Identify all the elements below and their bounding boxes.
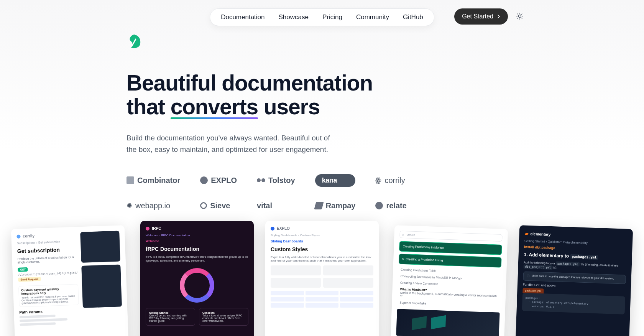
- get-started-button[interactable]: Get Started: [454, 8, 508, 25]
- shot-brand: corrily: [23, 234, 34, 238]
- inline-code: packages.yml: [570, 254, 598, 260]
- endpoint-path: /v1/subscriptions/{user_id}/{origin}/: [18, 271, 78, 276]
- dashboard-thumb-grid: [271, 265, 373, 288]
- nav-github[interactable]: GitHub: [403, 13, 423, 21]
- yc-square-icon: [127, 176, 134, 184]
- logo-vital: vital: [257, 201, 295, 210]
- dashboard-thumb-table: [271, 291, 373, 308]
- shot-crumbs: Styling Dashboards › Custom Styles: [271, 234, 373, 237]
- screenshot-corrily: corrily Subscriptions › Get subscription…: [11, 225, 129, 336]
- top-nav: Documentation Showcase Pricing Community…: [210, 8, 434, 26]
- logo-label: EXPLO: [211, 176, 237, 185]
- hero-underlined-word: converts: [171, 95, 258, 119]
- sun-icon: [516, 12, 524, 21]
- ai-tables-illustration: [396, 309, 499, 336]
- get-started-label: Get Started: [462, 13, 493, 20]
- nav-showcase[interactable]: Showcase: [279, 13, 309, 21]
- hero-section: Beautiful documentation that converts us…: [127, 34, 472, 210]
- shot-blurb: Add the following to your packages.yml f…: [523, 260, 626, 272]
- shot-title: fRPC Documentation: [146, 246, 248, 252]
- code-panel: [80, 231, 120, 263]
- card-body: Take a look at some unique fRPC concepts…: [202, 314, 245, 322]
- section-heading: Install dbt package: [524, 245, 627, 252]
- shot-blurb: Explo is a fully white-labeled solution …: [271, 255, 373, 262]
- code-filename-tab: packages.yml: [522, 288, 544, 293]
- logo-ycombinator: Combinator: [127, 176, 180, 185]
- screenshot-explo: EXPLO Styling Dashboards › Custom Styles…: [265, 221, 379, 336]
- result-highlight: 5. Creating a Prediction Using: [399, 254, 502, 267]
- code-panel: [81, 264, 122, 308]
- inline-code: dbt_project.yml: [523, 265, 552, 270]
- shot-title: Get subscription: [17, 246, 77, 254]
- hero-line-2a: that: [127, 94, 171, 119]
- hero-line-2b: users: [258, 94, 320, 119]
- corrily-swirl-icon: ꙮ: [375, 176, 381, 184]
- shot-brand: elementary: [530, 232, 550, 237]
- section-heading: Path Params: [19, 308, 79, 314]
- code-block: packages: - package: elementary-data/ele…: [522, 293, 625, 315]
- elementary-logo-icon: ▰: [524, 231, 528, 236]
- note-body: You do not need this endpoint if you hav…: [21, 295, 76, 305]
- brand-logo-leaf-icon: [127, 34, 142, 49]
- chevron-right-icon: [497, 13, 500, 20]
- logo-kana: kana: [315, 174, 356, 187]
- card-title: Concepts: [202, 311, 245, 314]
- screenshot-elementary: ▰elementary Getting Started › Quickstart…: [515, 225, 633, 336]
- card-getting-started: Getting Started Quickly get up and runni…: [146, 308, 195, 326]
- tolstoy-dots-icon: [257, 178, 265, 182]
- shot-brand: EXPLO: [277, 226, 290, 231]
- theme-toggle-button[interactable]: [514, 11, 525, 22]
- explo-dot-icon: [200, 176, 208, 184]
- hero-headline: Beautiful documentation that converts us…: [127, 71, 472, 119]
- logo-label: kana: [322, 176, 337, 184]
- send-request-badge: Send Request: [18, 277, 41, 282]
- svg-point-0: [519, 15, 521, 17]
- screenshot-gallery: corrily Subscriptions › Get subscription…: [0, 221, 644, 336]
- rampay-slash-icon: [314, 202, 324, 209]
- hero-subtext: Build the documentation you've always wa…: [127, 132, 341, 156]
- alert-text: Make sure to copy the packages that are …: [532, 274, 614, 280]
- logo-label: vital: [257, 201, 272, 210]
- nav-community[interactable]: Community: [356, 13, 389, 21]
- shot-crumbs: Subscriptions › Get subscription: [17, 239, 77, 245]
- info-alert: Make sure to copy the packages that are …: [523, 271, 626, 284]
- frpc-logo-icon: [146, 227, 150, 231]
- result-highlight: Creating Predictions in Mongo: [399, 241, 502, 255]
- card-body: Quickly get up and running with fRPC by …: [149, 314, 192, 322]
- note-title: Custom payment gateway integrations only: [21, 287, 76, 296]
- shot-subcategory: Styling Dashboards: [271, 239, 373, 243]
- search-input: create: [399, 231, 502, 242]
- webappio-asterisk-icon: ✹: [127, 201, 132, 210]
- screenshot-frpc: fRPC Welcome › fRPC Documentation Welcom…: [140, 221, 254, 336]
- explo-logo-icon: [271, 227, 274, 231]
- logo-rampay: Rampay: [315, 201, 356, 210]
- shot-blurb: fRPC is a proto3-compatible RPC framewor…: [146, 255, 248, 263]
- result-label: 5. Creating a Prediction Using: [402, 257, 498, 264]
- relate-circle-icon: [375, 202, 383, 209]
- logo-corrily: ꙮcorrily: [375, 176, 406, 185]
- result-label: Creating Predictions in Mongo: [402, 245, 498, 252]
- logo-label: Sieve: [210, 201, 230, 210]
- logo-explo: EXPLO: [200, 176, 237, 185]
- sieve-ring-icon: [200, 202, 207, 209]
- logo-label: Tolstoy: [268, 176, 295, 185]
- logo-sieve: Sieve: [200, 201, 237, 210]
- logo-label: Rampay: [326, 201, 356, 210]
- shot-crumbs: Welcome › fRPC Documentation: [146, 234, 248, 237]
- logo-label: corrily: [384, 176, 405, 185]
- nav-pricing[interactable]: Pricing: [322, 13, 342, 21]
- gradient-ring-icon: [180, 268, 214, 303]
- corrily-logo-icon: [16, 234, 20, 238]
- screenshot-mindsdb: create Creating Predictions in Mongo 5. …: [390, 225, 508, 336]
- shot-title: 1. Add elementary to packages.yml: [524, 252, 626, 260]
- shot-blurb: Retrieve the details of a subscription f…: [17, 255, 77, 264]
- step-text: 1. Add elementary to: [524, 252, 569, 259]
- shot-title: Custom Styles: [271, 246, 373, 252]
- card-concepts: Concepts Take a look at some unique fRPC…: [199, 308, 248, 326]
- nav-documentation[interactable]: Documentation: [221, 13, 264, 21]
- logo-label: relate: [386, 201, 406, 210]
- search-value: create: [406, 233, 415, 237]
- customer-logo-grid: Combinator EXPLO Tolstoy kana ꙮcorrily ✹…: [127, 174, 472, 210]
- logo-webappio: ✹webapp.io: [127, 201, 180, 210]
- card-title: Getting Started: [149, 311, 192, 314]
